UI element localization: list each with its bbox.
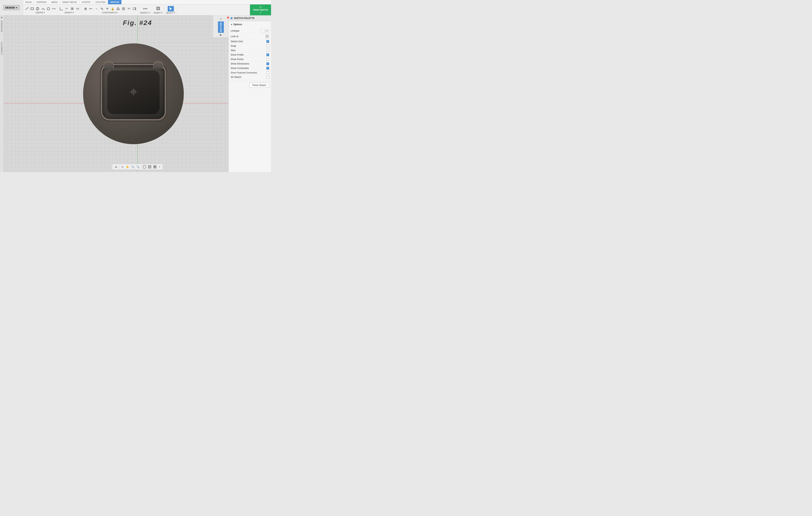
constraint-resize[interactable] — [132, 6, 137, 11]
show-dimensions-checkbox[interactable]: ✓ — [266, 62, 269, 65]
palette-row-slice: Slice — [231, 48, 269, 53]
options-arrow-icon: ▼ — [231, 23, 233, 26]
view-cube[interactable]: BOTTOM — [218, 22, 224, 33]
constraint-cross[interactable] — [126, 6, 132, 11]
svg-text:0: 0 — [134, 90, 135, 91]
select-group: SELECT ▼ — [164, 4, 177, 15]
design-menu[interactable]: DESIGN ▼ — [0, 0, 23, 15]
slice-checkbox[interactable] — [266, 49, 269, 52]
trim-tool[interactable]: ✂ — [64, 6, 69, 11]
linetype-construction-btn[interactable] — [261, 29, 264, 33]
select-label[interactable]: SELECT ▼ — [166, 12, 175, 14]
linetype-controls — [261, 29, 269, 33]
constraint-fix[interactable] — [83, 6, 88, 11]
palette-row-lookat: Look At — [231, 34, 269, 39]
tab-sheet-metal[interactable]: SHEET METAL — [60, 0, 80, 4]
svg-point-18 — [122, 7, 125, 10]
lookat-label: Look At — [231, 35, 238, 38]
constraints-arrow-icon: ▼ — [116, 11, 118, 13]
tab-surface[interactable]: SURFACE — [34, 0, 49, 4]
bottom-sep1 — [119, 165, 119, 168]
expand-right-icon[interactable]: ▶ — [220, 33, 222, 36]
svg-line-0 — [25, 8, 28, 10]
slice-label: Slice — [231, 49, 236, 52]
view-orbit-btn[interactable]: ◎ — [120, 165, 124, 169]
rectangle-tool[interactable] — [30, 6, 35, 11]
sketch-palette-header[interactable]: SKETCH PALETTE — [229, 16, 271, 21]
home-icon[interactable]: ⌂ — [220, 17, 222, 21]
svg-line-9 — [76, 8, 77, 9]
show-points-checkbox[interactable] — [266, 58, 269, 61]
select-cursor[interactable] — [168, 6, 174, 11]
inspect-label[interactable]: INSPECT ▼ — [140, 12, 150, 14]
view-pan-btn[interactable]: ✋ — [125, 165, 130, 169]
insert-image[interactable]: 🖼 — [155, 6, 161, 11]
fillet-tool[interactable] — [59, 6, 64, 11]
dimension-tool[interactable] — [51, 6, 56, 11]
linetype-normal-btn[interactable] — [265, 29, 269, 33]
view-fit-btn[interactable]: 🔍 — [136, 165, 140, 169]
modify-label[interactable]: MODIFY ▼ — [65, 11, 74, 14]
line-tool[interactable] — [24, 6, 29, 11]
polygon-tool[interactable] — [46, 6, 51, 11]
3d-sketch-label: 3D Sketch — [231, 76, 241, 79]
projected-geom-label: Show Projected Geometries — [231, 72, 257, 74]
svg-point-28 — [260, 6, 261, 8]
view-display-btn[interactable] — [142, 165, 147, 169]
view-home-btn[interactable]: ⊕ — [114, 165, 118, 169]
mirror-tool[interactable] — [75, 6, 80, 11]
constraint-perp[interactable] — [105, 6, 110, 11]
offset-tool[interactable] — [70, 6, 75, 11]
close-btn[interactable]: ✕ — [227, 16, 229, 20]
expand-icon[interactable]: ▶ — [1, 16, 3, 19]
snap-checkbox[interactable] — [266, 45, 269, 47]
finish-sketch-palette-btn[interactable]: Finish Sketch — [250, 83, 269, 88]
constraint-parallel[interactable] — [99, 6, 104, 11]
browser-label[interactable]: BROWSER — [0, 19, 3, 33]
constraints-label[interactable]: CONSTRAINTS ▼ — [102, 11, 118, 14]
sketch-grid-checkbox[interactable]: ✓ — [266, 40, 269, 43]
show-constraints-checkbox[interactable]: ✓ — [266, 67, 269, 70]
tab-bar: SOLID SURFACE MESH SHEET METAL PLASTIC U… — [23, 0, 271, 4]
constraints-group: = 🔒 — [82, 4, 139, 15]
view-layout-arrow[interactable]: ▼ — [158, 165, 161, 169]
show-profile-checkbox[interactable]: ✓ — [266, 53, 269, 56]
finish-sketch-label: FINISH SKETCH — [253, 9, 268, 11]
bottom-view-bar: ⊕ ◎ ✋ 🔍 🔍 ▼ — [112, 164, 163, 170]
sketch-grid-label: Sketch Grid — [231, 40, 243, 43]
tab-plastic[interactable]: PLASTIC — [80, 0, 93, 4]
arc-tool[interactable] — [40, 6, 46, 11]
toolbar-icons-row: CREATE ▼ ✂ — [23, 4, 271, 15]
options-section: ▼ Options Linetype Look At — [229, 21, 271, 79]
tab-utilities[interactable]: UTILITIES — [93, 0, 108, 4]
finish-sketch-icon — [258, 6, 263, 8]
insert-label[interactable]: INSERT ▼ — [154, 12, 163, 14]
inspect-measure[interactable] — [142, 6, 148, 11]
3d-sketch-checkbox[interactable] — [266, 76, 269, 79]
lookat-btn[interactable] — [265, 34, 269, 38]
svg-line-16 — [107, 8, 109, 9]
view-grid-btn[interactable] — [148, 165, 152, 169]
insert-arrow-icon: ▼ — [161, 12, 163, 14]
constraint-equal[interactable]: = — [94, 6, 99, 11]
circle-tool[interactable] — [35, 6, 40, 11]
options-section-header[interactable]: ▼ Options — [231, 22, 269, 27]
comments-label[interactable]: COMMENTS — [0, 41, 3, 56]
view-zoom-btn[interactable]: 🔍 — [131, 165, 135, 169]
constraint-tangent[interactable] — [116, 6, 121, 11]
projected-geom-checkbox[interactable] — [266, 71, 269, 74]
tab-mesh[interactable]: MESH — [49, 0, 60, 4]
tab-solid[interactable]: SOLID — [23, 0, 34, 4]
toolbar-content: SOLID SURFACE MESH SHEET METAL PLASTIC U… — [23, 0, 271, 15]
constraint-lock[interactable]: 🔒 — [110, 6, 115, 11]
tab-sketch[interactable]: SKETCH — [108, 0, 122, 4]
svg-line-10 — [78, 8, 79, 9]
finish-sketch-toolbar-btn[interactable]: FINISH SKETCH ▼ — [250, 4, 271, 15]
constraint-horz[interactable] — [88, 6, 93, 11]
constraint-concentric[interactable] — [121, 6, 126, 11]
show-dimensions-label: Show Dimensions — [231, 62, 249, 65]
design-button[interactable]: DESIGN ▼ — [3, 5, 20, 10]
create-label[interactable]: CREATE ▼ — [35, 11, 45, 14]
palette-row-show-constraints: Show Constraints ✓ — [231, 66, 269, 71]
view-layout-btn[interactable] — [153, 165, 157, 169]
